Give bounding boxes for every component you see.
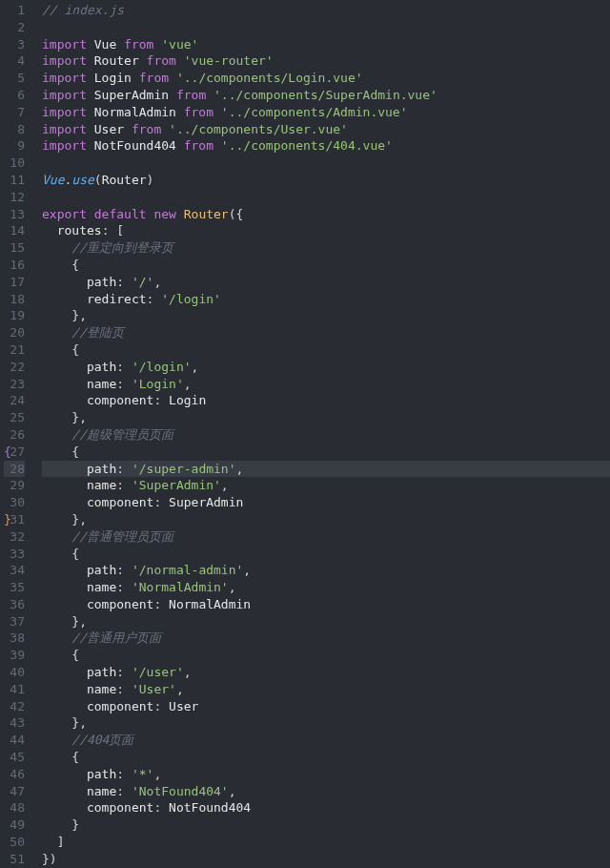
code-line[interactable]: { (42, 444, 610, 461)
code-line[interactable]: //普通用户页面 (42, 630, 610, 647)
token-propw: component (87, 800, 153, 815)
code-line[interactable]: // index.js (42, 2, 610, 19)
token-str: '/login' (161, 292, 221, 306)
token-pn: : (153, 495, 169, 509)
code-line[interactable]: import User from '../components/User.vue… (42, 121, 610, 138)
token-propw: component (87, 699, 153, 713)
token-pn (42, 240, 71, 255)
line-number: 38 (4, 630, 25, 647)
code-line[interactable]: import SuperAdmin from '../components/Su… (42, 87, 610, 104)
token-propw: component (87, 495, 153, 509)
token-pn: { (42, 342, 79, 357)
token-pn: , (153, 767, 161, 781)
code-line[interactable]: import Login from '../components/Login.v… (42, 70, 610, 87)
token-pn: { (42, 547, 79, 561)
token-pn: }, (42, 410, 87, 424)
code-line[interactable]: component: NotFound404 (42, 799, 610, 816)
code-line[interactable]: //404页面 (42, 732, 610, 749)
token-pn: : [ (102, 223, 124, 238)
token-propw: name (87, 784, 116, 798)
code-line[interactable]: }) (42, 851, 610, 868)
token-kw: import (42, 53, 87, 68)
code-line[interactable]: name: 'NormalAdmin', (42, 579, 610, 596)
token-pn (214, 138, 221, 153)
code-line[interactable]: //普通管理员页面 (42, 528, 610, 546)
token-kw: from (184, 105, 214, 119)
token-str: '/' (132, 275, 153, 289)
token-idw: NotFound404 (169, 800, 251, 815)
line-number: 39 (4, 647, 25, 664)
code-line[interactable]: export default new Router({ (42, 206, 610, 223)
code-line[interactable]: //登陆页 (42, 324, 610, 341)
line-number: 14 (4, 222, 25, 239)
code-line[interactable]: import Vue from 'vue' (42, 36, 610, 53)
code-line[interactable]: path: '/user', (42, 664, 610, 681)
token-pn (42, 462, 87, 476)
token-pn (169, 88, 176, 102)
code-line[interactable]: path: '/super-admin', (42, 461, 610, 478)
code-line[interactable]: name: 'SuperAdmin', (42, 477, 610, 494)
code-line[interactable]: import NotFound404 from '../components/4… (42, 137, 610, 155)
code-line[interactable]: name: 'Login', (42, 376, 610, 393)
code-line[interactable] (42, 19, 610, 36)
code-line[interactable]: routes: [ (42, 222, 610, 239)
code-line[interactable]: path: '*', (42, 766, 610, 783)
token-str: '../components/SuperAdmin.vue' (214, 88, 437, 102)
code-line[interactable]: }, (42, 714, 610, 732)
code-line[interactable]: Vue.use(Router) (42, 172, 610, 189)
code-line[interactable]: { (42, 749, 610, 766)
code-line[interactable]: path: '/', (42, 274, 610, 291)
code-line[interactable] (42, 155, 610, 172)
token-pn (206, 88, 214, 102)
code-line[interactable]: }, (42, 409, 610, 426)
code-line[interactable]: redirect: '/login' (42, 291, 610, 308)
code-line[interactable]: }, (42, 613, 610, 630)
line-number: 7 (4, 104, 25, 121)
code-editor[interactable]: 1234567891011121314151617181920212223242… (0, 0, 610, 868)
code-line[interactable]: component: NormalAdmin (42, 596, 610, 613)
token-kw: import (42, 37, 87, 52)
code-line[interactable]: }, (42, 511, 610, 528)
token-pn (42, 665, 87, 679)
token-pn (42, 529, 71, 544)
token-kw: from (184, 138, 214, 153)
code-line[interactable]: name: 'NotFound404', (42, 783, 610, 800)
token-kw: new (153, 207, 175, 221)
token-kw: default (94, 207, 147, 221)
code-line[interactable] (42, 189, 610, 206)
code-line[interactable]: component: Login (42, 392, 610, 409)
line-number: 25 (4, 409, 25, 426)
line-number: 44 (4, 732, 25, 749)
token-c: //登陆页 (71, 325, 124, 340)
code-line[interactable]: { (42, 647, 610, 664)
token-pn: : (116, 563, 132, 577)
code-line[interactable]: { (42, 257, 610, 274)
line-number: 8 (4, 121, 25, 138)
code-line[interactable]: path: '/login', (42, 359, 610, 376)
code-line[interactable]: //超级管理员页面 (42, 426, 610, 444)
code-line[interactable]: { (42, 546, 610, 563)
token-str: '../components/Login.vue' (176, 71, 363, 85)
token-pn: : (116, 665, 132, 679)
code-area[interactable]: // index.js import Vue from 'vue'import … (32, 0, 610, 868)
code-line[interactable]: component: User (42, 698, 610, 715)
code-line[interactable]: }, (42, 307, 610, 324)
code-line[interactable]: import NormalAdmin from '../components/A… (42, 104, 610, 121)
code-line[interactable]: name: 'User', (42, 681, 610, 698)
line-number: 11 (4, 172, 25, 189)
token-kw: from (139, 71, 169, 85)
code-line[interactable]: component: SuperAdmin (42, 494, 610, 511)
token-pn (214, 105, 221, 119)
token-c: //普通管理员页面 (71, 529, 173, 544)
token-pn: }, (42, 614, 87, 629)
token-pn (42, 699, 87, 713)
code-line[interactable]: path: '/normal-admin', (42, 562, 610, 579)
code-line[interactable]: { (42, 341, 610, 359)
code-line[interactable]: import Router from 'vue-router' (42, 52, 610, 70)
line-number: 20 (4, 324, 25, 341)
code-line[interactable]: ] (42, 834, 610, 851)
code-line[interactable]: //重定向到登录页 (42, 239, 610, 257)
token-pn (42, 427, 71, 442)
token-pn (87, 122, 94, 136)
code-line[interactable]: } (42, 816, 610, 834)
